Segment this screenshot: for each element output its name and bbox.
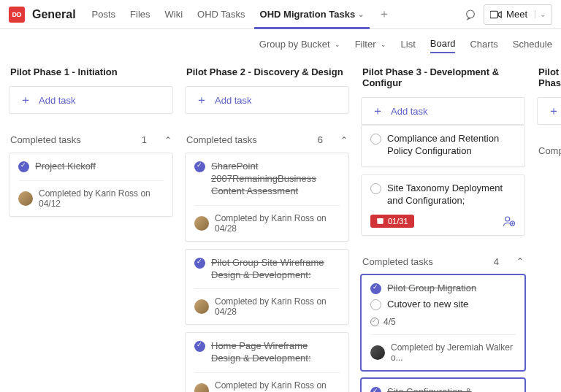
task-title: Home Page Wireframe Design & Development… bbox=[211, 340, 340, 365]
chevron-up-icon: ⌃ bbox=[164, 135, 172, 145]
bucket-phase1: Pilot Phase 1 - Initiation ＋ Add task Co… bbox=[9, 59, 173, 392]
due-date-text: 01/31 bbox=[388, 217, 408, 226]
svg-point-4 bbox=[505, 217, 510, 221]
filter-dropdown[interactable]: Filter⌄ bbox=[355, 39, 386, 50]
bucket-title: Pilot Phase 3 - Development & Configur bbox=[361, 59, 525, 97]
svg-rect-3 bbox=[377, 218, 383, 220]
bucket-title: Pilot Phase 1 - Initiation bbox=[9, 59, 173, 86]
completed-by-row: Completed by Karin Ross on 04/12 bbox=[194, 372, 340, 392]
chat-icon[interactable] bbox=[460, 4, 481, 25]
task-title: Compliance and Retention Policy Configur… bbox=[387, 133, 516, 158]
plus-icon: ＋ bbox=[548, 104, 560, 119]
chevron-down-icon: ⌄ bbox=[358, 10, 364, 18]
avatar bbox=[18, 191, 33, 206]
task-subtitle: Cutover to new site bbox=[387, 299, 468, 311]
completed-by-text: Completed by Karin Ross on 04/28 bbox=[215, 296, 340, 317]
chevron-up-icon: ⌃ bbox=[516, 256, 524, 266]
completed-by-text: Completed by Karin Ross on 04/12 bbox=[39, 188, 164, 209]
calendar-icon bbox=[376, 217, 384, 225]
completed-by-row: Completed by Jeremiah Walker o... bbox=[370, 334, 516, 363]
task-check-done-icon[interactable] bbox=[194, 258, 205, 269]
add-task-button[interactable]: ＋ Add task bbox=[9, 86, 173, 114]
add-task-label: Add task bbox=[215, 95, 252, 106]
completed-tasks-header[interactable]: Completed tasks 6 ⌃ bbox=[185, 134, 349, 145]
task-check-done-icon[interactable] bbox=[194, 161, 205, 172]
task-card[interactable]: Home Page Wireframe Design & Development… bbox=[185, 332, 349, 392]
task-check-open-icon[interactable] bbox=[370, 299, 381, 310]
chevron-down-icon: ⌄ bbox=[335, 41, 340, 48]
tab-files[interactable]: Files bbox=[124, 0, 156, 29]
task-card[interactable]: Compliance and Retention Policy Configur… bbox=[361, 125, 525, 167]
due-date-badge: 01/31 bbox=[370, 215, 414, 228]
tab-ohd-tasks[interactable]: OHD Tasks bbox=[191, 0, 251, 29]
bucket-phase3: Pilot Phase 3 - Development & Configur ＋… bbox=[361, 59, 525, 392]
tab-posts[interactable]: Posts bbox=[86, 0, 122, 29]
plus-icon: ＋ bbox=[372, 104, 383, 119]
view-board[interactable]: Board bbox=[430, 35, 456, 53]
view-charts[interactable]: Charts bbox=[470, 36, 497, 53]
task-title: Pilot Group Migration bbox=[387, 283, 476, 295]
view-list[interactable]: List bbox=[401, 36, 416, 53]
filter-label: Filter bbox=[355, 39, 376, 50]
bucket-title: Pilot Phase 2 - Discovery & Design bbox=[185, 59, 349, 86]
task-card[interactable]: Pilot Group Migration Cutover to new sit… bbox=[361, 274, 525, 372]
completed-label: Completed tasks bbox=[10, 134, 81, 145]
svg-rect-1 bbox=[490, 11, 497, 18]
team-avatar: DD bbox=[9, 7, 25, 23]
completed-tasks-header[interactable]: Completed tasks 4 ⌃ bbox=[361, 256, 525, 267]
chevron-up-icon: ⌃ bbox=[340, 135, 348, 145]
bucket-title: Pilot Phase bbox=[537, 59, 561, 97]
meet-more-chevron[interactable]: ⌄ bbox=[535, 10, 546, 18]
add-task-button[interactable]: ＋ Add bbox=[537, 97, 561, 125]
task-card[interactable]: Project Kickoff Completed by Karin Ross … bbox=[9, 153, 173, 217]
task-card[interactable]: Site Configuration & Development Complet… bbox=[361, 378, 525, 392]
chevron-down-icon: ⌄ bbox=[381, 41, 386, 48]
completed-by-row: Completed by Karin Ross on 04/28 bbox=[194, 288, 340, 317]
task-check-done-icon[interactable] bbox=[18, 161, 29, 172]
task-card[interactable]: SharePoint 2007RemainingBusiness Content… bbox=[185, 153, 349, 242]
plus-icon: ＋ bbox=[196, 93, 207, 108]
task-check-done-icon[interactable] bbox=[370, 283, 381, 294]
task-card[interactable]: Pilot Group Site Wireframe Design & Deve… bbox=[185, 249, 349, 326]
task-card[interactable]: Site Taxonomy Deployment and Configurati… bbox=[361, 174, 525, 236]
task-check-done-icon[interactable] bbox=[370, 387, 381, 392]
task-title: Pilot Group Site Wireframe Design & Deve… bbox=[211, 257, 340, 282]
completed-label: Completed tasks bbox=[186, 134, 257, 145]
task-check-open-icon[interactable] bbox=[370, 134, 381, 145]
task-title: Site Taxonomy Deployment and Configurati… bbox=[387, 182, 516, 207]
tab-ohd-migration-tasks[interactable]: OHD Migration Tasks ⌄ bbox=[254, 0, 370, 29]
tab-label: OHD Migration Tasks bbox=[260, 9, 356, 20]
board: Pilot Phase 1 - Initiation ＋ Add task Co… bbox=[0, 59, 561, 392]
bucket-phase-partial: Pilot Phase ＋ Add Complete bbox=[537, 59, 561, 392]
add-task-button[interactable]: ＋ Add task bbox=[361, 97, 525, 125]
add-tab-button[interactable]: ＋ bbox=[373, 7, 396, 22]
completed-by-row: Completed by Karin Ross on 04/28 bbox=[194, 205, 340, 234]
task-check-done-icon[interactable] bbox=[194, 341, 205, 352]
assign-person-icon[interactable] bbox=[503, 215, 516, 228]
group-by-dropdown[interactable]: Group by Bucket⌄ bbox=[259, 39, 340, 50]
completed-label: Completed tasks bbox=[362, 256, 433, 267]
svg-point-0 bbox=[467, 10, 475, 18]
video-icon bbox=[490, 10, 502, 19]
view-schedule[interactable]: Schedule bbox=[513, 36, 552, 53]
group-by-label: Group by Bucket bbox=[259, 39, 330, 50]
completed-count: 6 bbox=[318, 134, 323, 145]
task-check-open-icon[interactable] bbox=[370, 183, 381, 194]
board-toolbar: Group by Bucket⌄ Filter⌄ List Board Char… bbox=[0, 29, 561, 59]
task-title: Site Configuration & Development bbox=[387, 386, 516, 392]
avatar bbox=[194, 299, 209, 314]
meet-button[interactable]: Meet ⌄ bbox=[484, 4, 552, 25]
completed-count: 4 bbox=[494, 256, 499, 267]
completed-tasks-header[interactable]: Complete bbox=[537, 145, 561, 156]
completed-by-text: Completed by Karin Ross on 04/28 bbox=[215, 213, 340, 234]
task-title: SharePoint 2007RemainingBusiness Content… bbox=[211, 161, 340, 198]
task-title: Project Kickoff bbox=[35, 161, 96, 173]
completed-by-text: Completed by Jeremiah Walker o... bbox=[391, 342, 516, 363]
completed-tasks-header[interactable]: Completed tasks 1 ⌃ bbox=[9, 134, 173, 145]
completed-by-text: Completed by Karin Ross on 04/12 bbox=[215, 380, 340, 392]
add-task-button[interactable]: ＋ Add task bbox=[185, 86, 349, 114]
checklist-icon bbox=[370, 318, 379, 326]
bucket-phase2: Pilot Phase 2 - Discovery & Design ＋ Add… bbox=[185, 59, 349, 392]
add-task-label: Add task bbox=[39, 95, 76, 106]
tab-wiki[interactable]: Wiki bbox=[159, 0, 189, 29]
